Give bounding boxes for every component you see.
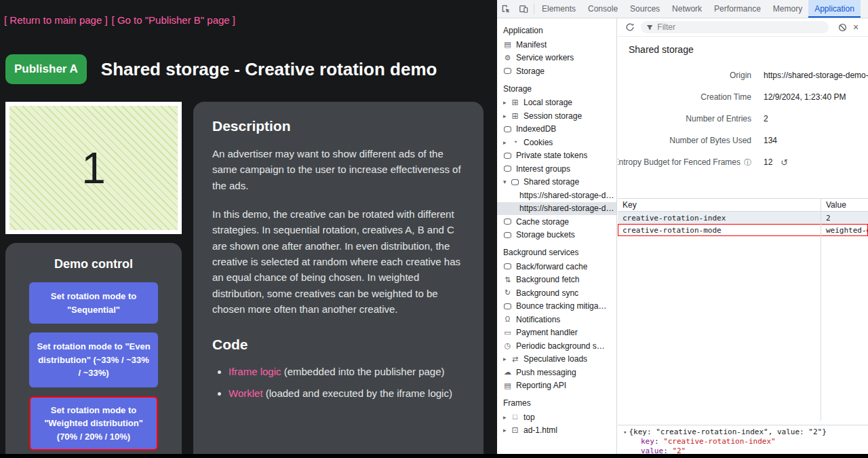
expand-triangle-icon[interactable]: ▾ xyxy=(623,429,627,436)
info-icon[interactable]: ⓘ xyxy=(744,157,751,168)
table-row[interactable]: creative-rotation-mode weighted-dist xyxy=(618,224,868,236)
sidebar-row[interactable]: Cache storage xyxy=(497,215,616,229)
disclosure-triangle-icon[interactable]: ▸ xyxy=(503,99,511,106)
database-icon xyxy=(503,153,512,159)
code-link-note: (loaded and executed by the iframe logic… xyxy=(263,387,452,399)
sidebar-row[interactable]: Service workers xyxy=(497,52,616,65)
sidebar-row[interactable]: Back/forward cache xyxy=(497,260,616,273)
publisher-page: [ Return to main page ] [ Go to "Publish… xyxy=(0,0,497,458)
sidebar-row[interactable]: ▸ top xyxy=(497,411,616,424)
filter-input[interactable] xyxy=(657,22,823,32)
sidebar-row[interactable]: ▸ Speculative loads xyxy=(497,353,616,366)
column-divider[interactable] xyxy=(821,199,821,421)
sidebar-row[interactable]: Notifications xyxy=(497,313,616,326)
rotation-mode-button[interactable]: Set rotation mode to "Even distribution"… xyxy=(29,332,158,387)
devtools-tabbar: Elements Console Sources Network Perform… xyxy=(497,0,868,18)
metadata-value: 2 xyxy=(764,114,768,123)
filter-box[interactable] xyxy=(641,21,829,33)
sidebar-row-label: Session storage xyxy=(524,111,582,121)
sidebar-row[interactable]: Bounce tracking mitiga… xyxy=(497,300,616,313)
sidebar-row[interactable]: IndexedDB xyxy=(497,123,616,136)
sidebar-row-label: ad-1.html xyxy=(524,425,557,435)
sidebar-row[interactable]: Frames xyxy=(497,392,616,411)
sidebar-row-label: Interest groups xyxy=(516,164,570,174)
code-link[interactable]: Worklet xyxy=(229,387,263,399)
sidebar-row[interactable]: Periodic background s… xyxy=(497,339,616,353)
column-header-value[interactable]: Value xyxy=(821,200,868,210)
sidebar-row-label: Push messaging xyxy=(516,368,576,377)
cell-value: 2 xyxy=(821,214,868,223)
page-header: Publisher A Shared storage - Creative ro… xyxy=(5,54,437,84)
sidebar-row-label: Bounce tracking mitiga… xyxy=(516,301,606,311)
filter-funnel-icon xyxy=(646,24,653,31)
gear-icon xyxy=(503,54,512,62)
application-sidebar: Application Manifest Service workers xyxy=(497,18,617,454)
code-link[interactable]: Iframe logic xyxy=(229,366,281,377)
sidebar-row[interactable]: ▸ Local storage xyxy=(497,96,616,110)
refresh-icon[interactable] xyxy=(623,20,637,34)
sidebar-row[interactable]: ▸ Cookies xyxy=(497,136,616,149)
sidebar-row[interactable]: Payment handler xyxy=(497,326,616,340)
swap-icon xyxy=(511,356,519,363)
publisher-badge: Publisher A xyxy=(5,54,87,84)
column-header-key[interactable]: Key xyxy=(618,200,821,210)
sidebar-row[interactable]: https://shared-storage-d… xyxy=(497,202,616,216)
rotation-mode-button[interactable]: Set rotation mode to "Sequential" xyxy=(29,282,158,324)
preview-entries: key"creative-rotation-index" value"2" xyxy=(623,437,863,454)
sidebar-row-label: Background sync xyxy=(516,288,578,298)
device-toolbar-icon[interactable] xyxy=(515,0,532,18)
sidebar-row[interactable]: Interest groups xyxy=(497,162,616,176)
disclosure-triangle-icon[interactable]: ▸ xyxy=(503,113,511,119)
database-icon xyxy=(503,263,512,269)
sidebar-row[interactable]: https://shared-storage-d… xyxy=(497,189,616,202)
sidebar-row[interactable]: Private state tokens xyxy=(497,149,616,163)
devtools-tabs: Elements Console Sources Network Perform… xyxy=(536,0,861,18)
disclosure-triangle-icon[interactable]: ▾ xyxy=(503,178,511,185)
disclosure-triangle-icon[interactable]: ▸ xyxy=(503,139,511,146)
demo-control-buttons: Set rotation mode to "Sequential" Set ro… xyxy=(16,282,171,451)
window-edge xyxy=(0,454,868,458)
code-link-note: (embedded into the publisher page) xyxy=(281,366,445,377)
devtools-tab[interactable]: Network xyxy=(666,0,708,18)
sidebar-row[interactable]: ▾ Shared storage xyxy=(497,176,616,189)
sidebar-row-label: Background fetch xyxy=(516,275,579,284)
close-icon[interactable]: × xyxy=(849,20,863,34)
sidebar-row[interactable]: Application xyxy=(497,20,616,38)
code-heading: Code xyxy=(212,334,465,356)
reset-budget-icon[interactable]: ↺ xyxy=(781,157,788,168)
nav-link[interactable]: [ Go to "Publisher B" page ] xyxy=(112,14,235,26)
sidebar-row[interactable]: Background fetch xyxy=(497,273,616,287)
devtools-tab[interactable]: Memory xyxy=(767,0,808,18)
sidebar-row-label: Speculative loads xyxy=(524,354,587,364)
description-panel: Description An advertiser may want to sh… xyxy=(193,102,484,458)
sidebar-row[interactable]: Storage xyxy=(497,64,616,78)
sidebar-row-label: Cache storage xyxy=(516,217,569,227)
disclosure-triangle-icon[interactable]: ▸ xyxy=(503,427,511,434)
database-icon xyxy=(503,126,512,132)
devtools-tab[interactable]: Elements xyxy=(536,0,582,18)
rotation-mode-button[interactable]: Set rotation mode to "Weighted distribut… xyxy=(29,396,158,451)
sidebar-row[interactable]: Background services xyxy=(497,242,616,260)
sidebar-row[interactable]: Background sync xyxy=(497,286,616,300)
devtools-tab[interactable]: Performance xyxy=(708,0,767,18)
disclosure-triangle-icon[interactable]: ▸ xyxy=(503,356,511,362)
nav-link[interactable]: [ Return to main page ] xyxy=(4,14,108,26)
devtools-tab[interactable]: Console xyxy=(582,0,624,18)
sidebar-row[interactable]: ▸ Session storage xyxy=(497,109,616,123)
disclosure-triangle-icon[interactable]: ▸ xyxy=(503,414,511,421)
sidebar-row[interactable]: Storage buckets xyxy=(497,229,616,242)
sidebar-row[interactable]: Manifest xyxy=(497,38,616,52)
code-list-item: Iframe logic (embedded into the publishe… xyxy=(229,364,465,379)
sidebar-row[interactable]: Push messaging xyxy=(497,366,616,379)
table-icon xyxy=(511,98,519,107)
database-icon xyxy=(503,166,512,172)
sidebar-row[interactable]: Reporting API xyxy=(497,379,616,393)
inspect-element-icon[interactable] xyxy=(497,0,515,18)
delete-all-icon[interactable] xyxy=(835,20,849,34)
devtools-tab[interactable]: Application xyxy=(808,0,861,18)
sidebar-row[interactable]: Storage xyxy=(497,78,616,96)
sidebar-row[interactable]: ▸ ad-1.html xyxy=(497,424,616,438)
devtools-tab[interactable]: Sources xyxy=(624,0,666,18)
sidebar-row-label: Payment handler xyxy=(516,328,578,337)
table-row[interactable]: creative-rotation-index 2 xyxy=(618,212,868,224)
